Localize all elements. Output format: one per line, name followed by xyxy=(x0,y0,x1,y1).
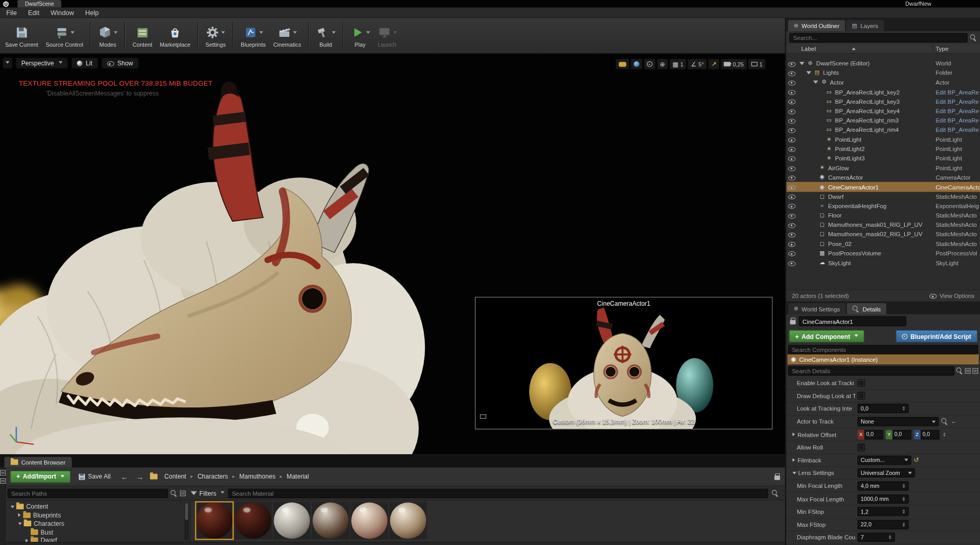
outliner-row[interactable]: ▩PostProcessVolumePostProcessVol xyxy=(786,249,980,258)
search-icon[interactable] xyxy=(941,418,948,425)
outliner-row[interactable]: ☁SkyLightSkyLight xyxy=(786,258,980,267)
scale-snap-button[interactable]: ↗ xyxy=(708,59,720,69)
expander-icon[interactable] xyxy=(799,62,805,65)
outliner-row[interactable]: ▭BP_AreaRectLight_rim4Edit BP_AreaRe xyxy=(786,125,980,134)
material-thumbnail[interactable] xyxy=(234,502,272,539)
breadcrumb-material[interactable]: Material xyxy=(287,473,309,480)
breadcrumb-characters[interactable]: Characters xyxy=(198,473,228,480)
outliner-search-input[interactable] xyxy=(790,33,968,42)
outliner-row[interactable]: ◻Mamuthones_mask02_RIG_LP_UVStaticMeshAc… xyxy=(786,229,980,239)
outliner-row[interactable]: ☀PointLight3PointLight xyxy=(786,154,980,163)
tab-layers[interactable]: ▤ Layers xyxy=(846,20,884,32)
outliner-row[interactable]: ☀AirGlowPointLight xyxy=(786,163,980,172)
tab-details[interactable]: Details xyxy=(847,303,887,315)
display-filter-icon[interactable] xyxy=(973,368,978,374)
visibility-eye-icon[interactable] xyxy=(788,259,795,266)
screen-percentage-button[interactable]: 1 xyxy=(748,59,766,69)
menu-edit[interactable]: Edit xyxy=(22,9,45,16)
outliner-row[interactable]: ≈ExponentialHeightFogExponentialHeig xyxy=(786,201,980,211)
launch-button[interactable]: Launch xyxy=(374,22,401,49)
grid-snap-button[interactable]: ▦1 xyxy=(669,59,686,69)
outliner-row-type-link[interactable]: Edit BP_AreaRe xyxy=(935,117,978,124)
outliner-row[interactable]: ▤LightsFolder xyxy=(786,68,980,77)
visibility-eye-icon[interactable] xyxy=(788,164,795,171)
back-arrow-icon[interactable]: ← xyxy=(119,472,130,481)
outliner-row[interactable]: ▭BP_AreaRectLight_rim3Edit BP_AreaRe xyxy=(786,116,980,125)
search-details-input[interactable] xyxy=(788,366,954,375)
visibility-eye-icon[interactable] xyxy=(788,230,795,238)
visibility-eye-icon[interactable] xyxy=(788,202,795,209)
breadcrumb-mamuthones[interactable]: Mamuthones xyxy=(239,473,275,480)
save-all-button[interactable]: Save All xyxy=(75,470,114,483)
blueprints-button[interactable]: Blueprints xyxy=(237,22,270,49)
lock-icon[interactable] xyxy=(790,320,796,324)
window-tab-dwarfnew[interactable]: DwarfNew xyxy=(905,1,931,7)
checkbox[interactable] xyxy=(858,444,865,451)
menu-window[interactable]: Window xyxy=(45,9,80,16)
expander-icon[interactable] xyxy=(25,539,28,542)
outliner-row[interactable]: ◻Mamuthones_mask01_RIG_LP_UVStaticMeshAc… xyxy=(786,220,980,229)
breadcrumb-content[interactable]: Content xyxy=(164,473,186,480)
checkbox[interactable] xyxy=(858,392,865,399)
visibility-eye-icon[interactable] xyxy=(788,240,795,248)
visibility-eye-icon[interactable] xyxy=(788,60,795,67)
source-control-button[interactable]: Source Control xyxy=(42,22,87,49)
outliner-row-type-link[interactable]: Edit BP_AreaRe xyxy=(935,98,978,105)
search-components-input[interactable] xyxy=(788,345,978,354)
vector-z-field[interactable]: Z0,0 xyxy=(914,430,939,439)
actor-name-input[interactable] xyxy=(799,316,906,326)
folder-tree-item-content[interactable]: Content xyxy=(7,502,190,511)
outliner-row[interactable]: ☀PointLight2PointLight xyxy=(786,144,980,154)
folder-tree-item-blueprints[interactable]: Blueprints xyxy=(7,511,190,519)
expander-icon[interactable] xyxy=(10,506,14,508)
pilot-camera-icon[interactable] xyxy=(480,414,486,418)
outliner-row[interactable]: ◻Pose_02StaticMeshActo xyxy=(786,239,980,249)
build-button[interactable]: Build xyxy=(312,22,339,49)
expander-icon[interactable] xyxy=(793,432,795,436)
cinematics-button[interactable]: Cinematics xyxy=(269,22,305,49)
visibility-eye-icon[interactable] xyxy=(788,69,795,76)
number-field[interactable]: 22,0 xyxy=(858,520,909,529)
visibility-eye-icon[interactable] xyxy=(788,126,795,133)
material-thumbnail[interactable] xyxy=(312,502,349,539)
spinner-icon[interactable] xyxy=(901,495,905,502)
modes-button[interactable]: Modes xyxy=(94,22,121,49)
lens-settings-dropdown[interactable]: Universal Zoom xyxy=(858,468,915,478)
settings-button[interactable]: Settings xyxy=(202,22,230,49)
rotation-snap-button[interactable]: ∠5° xyxy=(688,59,707,69)
expander-icon[interactable] xyxy=(18,513,21,517)
outliner-row[interactable]: ▭BP_AreaRectLight_key3Edit BP_AreaRe xyxy=(786,97,980,106)
actor-to-track-dropdown[interactable]: None xyxy=(858,417,939,426)
material-thumbnail[interactable] xyxy=(273,502,310,539)
outliner-row[interactable]: ◻DwarfStaticMeshActo xyxy=(786,192,980,201)
orbit-button[interactable] xyxy=(643,59,655,69)
search-paths-input[interactable] xyxy=(7,488,168,498)
outliner-row[interactable]: ☀PointLightPointLight xyxy=(786,134,980,144)
play-button[interactable]: Play xyxy=(347,22,374,49)
visibility-eye-icon[interactable] xyxy=(788,174,795,181)
expander-icon[interactable] xyxy=(813,81,818,84)
outliner-row[interactable]: ⚙ActorActor xyxy=(786,78,980,87)
blueprint-add-script-button[interactable]: Blueprint/Add Script xyxy=(895,330,977,343)
perspective-button[interactable]: Perspective xyxy=(16,58,68,69)
folder-tree-item-bust[interactable]: Bust xyxy=(7,528,190,536)
vector-x-field[interactable]: X0,0 xyxy=(858,430,883,439)
add-component-button[interactable]: + Add Component xyxy=(789,330,864,343)
window-tab-dwarfscene[interactable]: DwarfScene xyxy=(18,0,62,7)
outliner-row[interactable]: ⊕DwarfScene (Editor)World xyxy=(786,59,980,68)
outliner-row-type-link[interactable]: Edit BP_AreaRe xyxy=(935,89,978,96)
visibility-eye-icon[interactable] xyxy=(788,98,795,105)
expander-icon[interactable] xyxy=(806,72,811,75)
path-view-options-icon[interactable] xyxy=(180,491,186,496)
content-button[interactable]: Content xyxy=(129,22,156,49)
checkbox[interactable] xyxy=(858,379,865,387)
filmback-dropdown[interactable]: Custom... xyxy=(858,456,912,465)
visibility-eye-icon[interactable] xyxy=(788,221,795,228)
visibility-eye-icon[interactable] xyxy=(788,117,795,124)
tab-world-outliner[interactable]: ⊕ World Outliner xyxy=(788,20,845,32)
number-field[interactable]: 7 xyxy=(858,533,895,542)
spinner-icon[interactable] xyxy=(901,508,905,515)
forward-arrow-icon[interactable]: → xyxy=(134,472,146,481)
spinner-icon[interactable] xyxy=(901,521,905,528)
visibility-eye-icon[interactable] xyxy=(788,250,795,257)
